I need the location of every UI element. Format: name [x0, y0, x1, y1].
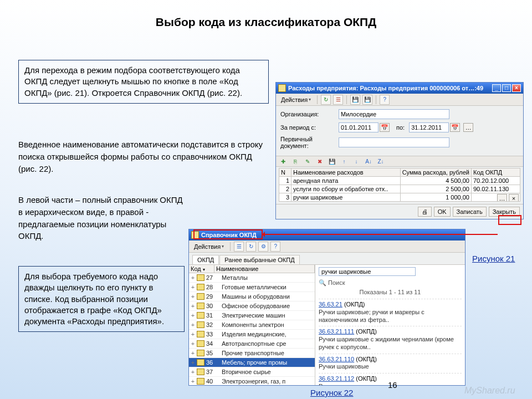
- expand-icon[interactable]: +: [189, 293, 197, 300]
- col-name[interactable]: Наименование расходов: [291, 168, 401, 177]
- toolbar-save-icon[interactable]: 💾: [350, 95, 360, 105]
- toolbar-refresh-icon[interactable]: ↻: [321, 95, 331, 105]
- window-expenses-title: Расходы предприятия: Расходы предприятия…: [288, 85, 483, 91]
- toolbar-saveclose-icon[interactable]: 💾: [362, 95, 372, 105]
- okpd-tool-icon-1[interactable]: ☰: [234, 242, 244, 252]
- close-doc-button[interactable]: Закрыть: [489, 207, 520, 217]
- toolbar-expenses: Действия ↻ ☰ 💾 💾 ?: [276, 94, 523, 106]
- result-code-link[interactable]: 36.63.21.110: [319, 356, 354, 362]
- tree-row[interactable]: +37Вторичное сырье: [189, 367, 315, 377]
- expand-icon[interactable]: +: [189, 340, 197, 347]
- period-to-field[interactable]: 31.12.2011: [409, 122, 449, 132]
- okpd-clear-button[interactable]: ×: [509, 194, 519, 202]
- folder-icon: [197, 312, 204, 319]
- grid-edit-icon[interactable]: ✎: [303, 156, 313, 166]
- col-code[interactable]: Код ОКПД: [472, 168, 520, 177]
- table-row[interactable]: 1 арендная плата 4 500,00 70.20.12.000: [279, 177, 520, 185]
- period-to-label: по:: [396, 124, 405, 131]
- expand-icon[interactable]: +: [189, 312, 197, 319]
- toolbar-nav-icon[interactable]: ☰: [333, 95, 343, 105]
- instruction-box-1: Для перехода в режим подбора соответству…: [18, 60, 269, 104]
- folder-icon: [197, 369, 204, 375]
- col-n[interactable]: N: [279, 168, 291, 177]
- table-row[interactable]: 3 ручки шариковые 1 000,00 … ×: [279, 193, 520, 202]
- tree-col-name[interactable]: Наименование: [214, 265, 315, 273]
- okpd-actions-menu[interactable]: Действия: [191, 242, 227, 252]
- window-expenses-titlebar[interactable]: Расходы предприятия: Расходы предприятия…: [276, 83, 523, 94]
- tab-recent[interactable]: Ранее выбранные ОКПД: [219, 255, 299, 264]
- col-sum[interactable]: Сумма расхода, рублей: [400, 168, 471, 177]
- ok-button[interactable]: OK: [434, 207, 451, 217]
- expand-icon[interactable]: +: [189, 331, 197, 337]
- tree-row[interactable]: +40Электроэнергия, газ, п: [189, 377, 315, 385]
- tree-row[interactable]: +32Компоненты электрон: [189, 320, 315, 330]
- expand-icon[interactable]: +: [189, 378, 197, 385]
- expand-icon[interactable]: +: [189, 303, 197, 309]
- paragraph-2: В левой части – полный справочник ОКПД в…: [18, 194, 185, 242]
- grid-del-icon[interactable]: ✖: [315, 156, 325, 166]
- footer-buttons: 🖨 OK Записать Закрыть: [276, 204, 523, 219]
- tree-row[interactable]: +34Автотранспортные сре: [189, 339, 315, 349]
- tree-col-code[interactable]: Код ▾: [189, 265, 214, 273]
- expenses-grid[interactable]: N Наименование расходов Сумма расхода, р…: [279, 168, 520, 202]
- table-row[interactable]: 2 услуги по сбору и обработке отх.. 2 50…: [279, 185, 520, 193]
- grid-sort-asc-icon[interactable]: A↓: [364, 156, 374, 166]
- expand-icon[interactable]: +: [189, 284, 197, 290]
- period-label: За период с:: [280, 124, 339, 131]
- okpd-pick-button[interactable]: …: [497, 194, 507, 202]
- okpd-tree[interactable]: Код ▾ Наименование +27Металлы+28Готовые …: [189, 265, 315, 385]
- result-code-link[interactable]: 36.63.21.111: [319, 328, 354, 335]
- maximize-button[interactable]: □: [502, 84, 511, 92]
- window-okpd-title: Справочник ОКПД: [201, 232, 257, 238]
- toolbar-help-icon[interactable]: ?: [380, 95, 390, 105]
- folder-icon: [197, 331, 204, 337]
- expand-icon[interactable]: +: [189, 321, 197, 328]
- result-item[interactable]: 36.63.21.110 (ОКПД)Ручки шариковые: [319, 354, 462, 371]
- expand-icon[interactable]: +: [189, 369, 197, 375]
- actions-menu[interactable]: Действия: [278, 95, 314, 105]
- okpd-tool-icon-2[interactable]: ↻: [246, 242, 256, 252]
- tree-row[interactable]: +36Мебель; прочие промы: [189, 358, 315, 367]
- doc-icon: [278, 84, 286, 92]
- result-item[interactable]: 36.63.21.111 (ОКПД)Ручки шариковые с жид…: [319, 326, 462, 351]
- grid-down-icon[interactable]: ↓: [351, 156, 361, 166]
- org-field[interactable]: Милосердие: [339, 109, 449, 119]
- expand-icon[interactable]: +: [189, 274, 197, 281]
- folder-icon: [197, 274, 204, 281]
- grid-save-icon[interactable]: 💾: [327, 156, 337, 166]
- grid-copy-icon[interactable]: ⎘: [290, 156, 300, 166]
- result-item[interactable]: 36.63.21 (ОКПД)Ручки шариковые; ручки и …: [319, 299, 462, 324]
- org-label: Организация:: [280, 111, 339, 117]
- tree-row[interactable]: +35Прочие транспортные: [189, 349, 315, 358]
- minimize-button[interactable]: _: [492, 84, 501, 92]
- search-input[interactable]: ручки шариковые: [319, 267, 416, 276]
- okpd-tool-icon-3[interactable]: ⚙: [258, 242, 268, 252]
- window-okpd: Справочник ОКПД Действия ☰ ↻ ⚙ ? ОКПД Ра…: [188, 229, 466, 386]
- write-button[interactable]: Записать: [453, 207, 487, 217]
- tree-row[interactable]: +29Машины и оборудовани: [189, 292, 315, 301]
- tree-row[interactable]: +28Готовые металлически: [189, 283, 315, 292]
- window-okpd-titlebar[interactable]: Справочник ОКПД: [189, 229, 465, 241]
- grid-sort-desc-icon[interactable]: Z↓: [376, 156, 386, 166]
- search-label: Поиск: [328, 279, 345, 286]
- grid-add-icon[interactable]: ✚: [278, 156, 288, 166]
- expand-icon[interactable]: +: [189, 359, 197, 366]
- tab-okpd[interactable]: ОКПД: [192, 255, 219, 264]
- print-button[interactable]: 🖨: [418, 207, 432, 217]
- folder-icon: [197, 303, 204, 309]
- grid-up-icon[interactable]: ↑: [339, 156, 349, 166]
- close-button[interactable]: ×: [512, 84, 521, 92]
- result-code-link[interactable]: 36.63.21: [319, 301, 342, 308]
- result-code-link[interactable]: 36.63.21.112: [319, 375, 354, 382]
- expand-icon[interactable]: +: [189, 350, 197, 356]
- okpd-tool-help-icon[interactable]: ?: [270, 242, 280, 252]
- tree-row[interactable]: +27Металлы: [189, 273, 315, 283]
- tree-row[interactable]: +31Электрические машин: [189, 311, 315, 320]
- primary-doc-field[interactable]: [339, 137, 449, 147]
- date-picker-from-icon[interactable]: 📅: [380, 123, 390, 132]
- tree-row[interactable]: +30Офисное оборудование: [189, 301, 315, 311]
- period-more-button[interactable]: …: [463, 123, 473, 132]
- date-picker-to-icon[interactable]: 📅: [450, 123, 460, 132]
- tree-row[interactable]: +33Изделия медицинские,: [189, 330, 315, 339]
- period-from-field[interactable]: 01.01.2011: [339, 122, 378, 132]
